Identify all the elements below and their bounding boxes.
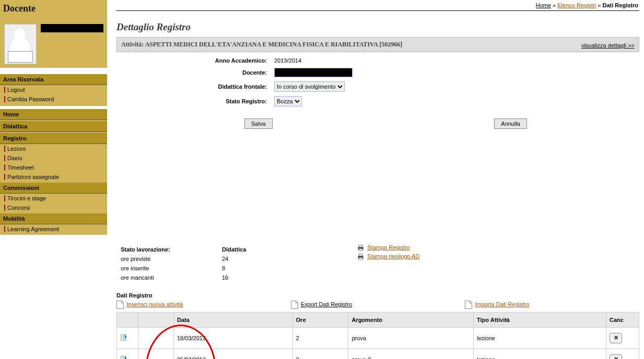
ore-mancanti-label: ore mancanti [118, 273, 218, 282]
stato-select[interactable]: Bozza [274, 96, 302, 106]
ore-previste-value: 24 [219, 255, 249, 263]
docente-name-redacted [41, 24, 103, 32]
save-button[interactable]: Salva [244, 118, 273, 129]
nav-concorsi[interactable]: Concorsi [0, 203, 107, 212]
form-table: Anno Accademico: 2013/2014 Docente: Dida… [116, 55, 357, 109]
page-title: Dettaglio Registro [116, 21, 639, 33]
export-dati-link[interactable]: Export Dati Registro [301, 301, 352, 307]
svg-rect-1 [359, 245, 362, 247]
cell-argomento: prova [348, 328, 474, 349]
nav-didattica[interactable]: Didattica [0, 121, 107, 132]
ore-inserite-value: 8 [219, 264, 249, 272]
nav-mobilita[interactable]: Mobilità [0, 213, 107, 224]
stampa-registro-link[interactable]: Stampa Registro [367, 244, 410, 250]
cell-data: 18/03/2013 [174, 328, 293, 349]
stato-label: Stato Registro: [118, 94, 270, 108]
printer-icon [357, 245, 365, 251]
ore-mancanti-value: 16 [219, 273, 249, 282]
didattica-label: Didattica frontale: [118, 80, 270, 93]
col-canc: Canc [606, 313, 639, 328]
table-row: 25/03/20132prova 2lezione✕ [117, 349, 639, 360]
stampa-riepilogo-link[interactable]: Stampa riepilogo AD [367, 253, 419, 259]
edit-icon[interactable] [120, 336, 127, 342]
col-tipo: Tipo Attività [474, 313, 606, 328]
sidebar-header: Docente [0, 0, 107, 68]
change-password-link[interactable]: Cambia Password [0, 94, 107, 104]
nav-home[interactable]: Home [0, 109, 107, 120]
cell-argomento: prova 2 [348, 349, 474, 360]
avatar [4, 24, 37, 64]
printer-icon [357, 254, 365, 260]
cell-tipo: lezione [474, 328, 606, 349]
col-ore: Ore [292, 313, 348, 328]
area-riservata-label: Area Riservata [0, 74, 107, 85]
col-argomento: Argomento [348, 313, 474, 328]
nav-commissioni[interactable]: Commissioni [0, 183, 107, 194]
delete-button[interactable]: ✕ [610, 333, 622, 343]
ore-previste-label: ore previste [118, 255, 218, 263]
page-icon [291, 301, 298, 309]
importa-dati-link[interactable]: Importa Dati Registro [475, 301, 529, 307]
sidebar-title: Docente [0, 0, 107, 14]
nav-learning-agreement[interactable]: Learning Agreement [0, 224, 107, 234]
nav-diario[interactable]: Diario [0, 153, 107, 163]
svg-rect-2 [359, 249, 362, 250]
cell-data: 25/03/2013 [174, 349, 293, 360]
breadcrumb: Home » Elenco Registri » Dati Registro [116, 0, 639, 11]
logout-link[interactable]: Logout [0, 85, 107, 94]
dati-registro-title: Dati Registro [116, 292, 639, 298]
page-icon [465, 301, 472, 309]
docente-select[interactable] [274, 68, 353, 77]
svg-rect-5 [359, 258, 362, 259]
area-riservata-section: Area Riservata Logout Cambia Password [0, 74, 107, 106]
ore-inserite-label: ore inserite [118, 264, 218, 272]
visualizza-dettagli-link[interactable]: visualizza dettagli >> [581, 42, 635, 49]
sidebar: Docente Area Riservata Logout Cambia Pas… [0, 0, 107, 235]
breadcrumb-current: Dati Registro [603, 2, 638, 8]
inserisci-attivita-link[interactable]: Inserisci nuova attività [126, 301, 183, 307]
stato-lavorazione-label: Stato lavorazione: [118, 245, 218, 254]
table-row: 18/03/20132provalezione✕ [117, 328, 639, 349]
nav-lezioni[interactable]: Lezioni [0, 144, 107, 153]
didattica-select[interactable]: In corso di svolgimento [274, 81, 345, 92]
anno-label: Anno Accademico: [118, 56, 270, 65]
cell-tipo: lezione [474, 349, 606, 360]
nav-partizioni[interactable]: Partizioni assegnate [0, 172, 107, 182]
dati-registro-table: Data Ore Argomento Tipo Attività Canc 18… [116, 312, 639, 359]
cell-ore: 2 [292, 328, 348, 349]
nav-registro[interactable]: Registro [0, 133, 107, 144]
nav-timesheet[interactable]: Timesheet [0, 163, 107, 172]
breadcrumb-home[interactable]: Home [536, 2, 551, 8]
activity-label: Attività: ASPETTI MEDICI DELL'ETA'ANZIAN… [121, 41, 455, 49]
anno-value: 2013/2014 [271, 56, 356, 65]
breadcrumb-elenco[interactable]: Elenco Registri [557, 2, 596, 8]
delete-button[interactable]: ✕ [610, 354, 622, 359]
nav-tirocini[interactable]: Tirocini e stage [0, 194, 107, 203]
docente-label: Docente: [118, 66, 270, 79]
page-icon [116, 301, 124, 309]
cell-ore: 2 [292, 349, 348, 360]
main-content: Home » Elenco Registri » Dati Registro D… [112, 0, 643, 359]
didattica-head: Didattica [219, 245, 249, 254]
svg-rect-4 [359, 254, 362, 256]
activity-bar: Attività: ASPETTI MEDICI DELL'ETA'ANZIAN… [116, 37, 639, 52]
cancel-button[interactable]: Annulla [494, 118, 527, 129]
col-data: Data [174, 313, 293, 328]
